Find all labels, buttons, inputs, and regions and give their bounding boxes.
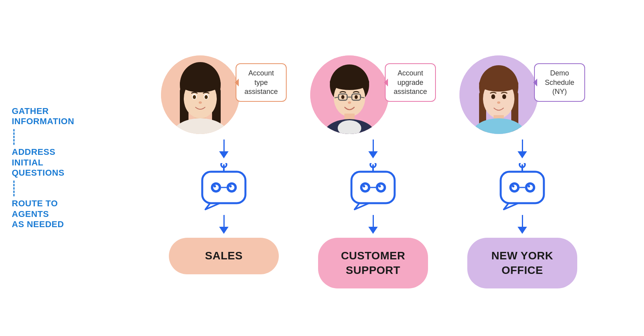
column-new-york-office: DemoSchedule(NY) — [459, 55, 585, 288]
svg-point-55 — [497, 101, 500, 104]
arrow-line — [522, 140, 523, 151]
arrow-line — [373, 215, 374, 227]
svg-point-8 — [193, 95, 196, 99]
svg-point-46 — [379, 185, 381, 187]
diagram-container: GATHER INFORMATION ADDRESS INITIAL QUEST… — [0, 0, 644, 336]
dashed-line-1 — [13, 129, 15, 145]
arrow-line — [223, 140, 225, 151]
person-svg-new-york-office — [459, 55, 538, 134]
bot-icon-customer-support — [348, 163, 399, 210]
svg-point-33 — [348, 101, 351, 104]
columns-area: Accounttypeassistance — [161, 55, 585, 288]
dest-box-customer-support: CUSTOMERSUPPORT — [318, 238, 428, 288]
svg-point-34 — [330, 74, 369, 90]
speech-bubble-sales: Accounttypeassistance — [236, 63, 287, 102]
svg-point-54 — [502, 94, 506, 99]
arrow-head — [219, 151, 229, 158]
column-sales: Accounttypeassistance — [161, 55, 287, 274]
arrow-2-customer-support — [368, 215, 378, 234]
svg-point-53 — [491, 94, 495, 99]
arrow-1-customer-support — [368, 140, 378, 158]
arrow-1-new-york-office — [518, 140, 527, 158]
arrow-2-new-york-office — [518, 215, 527, 234]
arrow-head — [518, 151, 527, 158]
svg-point-9 — [205, 95, 208, 99]
svg-point-11 — [180, 75, 221, 92]
label-gather: GATHER INFORMATION — [12, 106, 74, 127]
arrow-line — [373, 140, 374, 151]
svg-point-21 — [229, 185, 232, 187]
arrow-1-sales — [219, 140, 229, 158]
svg-point-10 — [199, 101, 202, 104]
avatar-row-sales: Accounttypeassistance — [161, 55, 287, 134]
svg-point-66 — [512, 185, 514, 187]
avatar-sales — [161, 55, 240, 134]
left-labels: GATHER INFORMATION ADDRESS INITIAL QUEST… — [12, 106, 74, 230]
speech-bubble-new-york-office: DemoSchedule(NY) — [534, 63, 585, 102]
column-customer-support: Accountupgradeassistance — [310, 55, 436, 288]
arrow-head — [368, 227, 378, 234]
arrow-2-sales — [219, 215, 229, 234]
dest-box-new-york-office: NEW YORKOFFICE — [467, 238, 577, 288]
person-svg-sales — [161, 55, 240, 134]
speech-bubble-customer-support: Accountupgradeassistance — [385, 63, 436, 102]
label-address: ADDRESS INITIAL QUESTIONS — [12, 147, 64, 178]
bot-icon-new-york-office — [497, 163, 548, 210]
arrow-head — [219, 227, 229, 234]
label-route: ROUTE TO AGENTS AS NEEDED — [12, 199, 64, 230]
dest-box-sales: SALES — [169, 238, 279, 274]
avatar-row-new-york-office: DemoSchedule(NY) — [459, 55, 585, 134]
arrow-head — [518, 227, 527, 234]
arrow-line — [522, 215, 523, 227]
avatar-customer-support — [310, 55, 389, 134]
bot-icon-sales — [198, 163, 249, 210]
svg-point-20 — [214, 185, 216, 187]
svg-point-32 — [355, 95, 358, 99]
arrow-line — [223, 215, 225, 227]
svg-point-45 — [363, 185, 365, 187]
avatar-row-customer-support: Accountupgradeassistance — [310, 55, 436, 134]
avatar-new-york-office — [459, 55, 538, 134]
dashed-line-2 — [13, 181, 15, 196]
svg-point-31 — [341, 95, 344, 99]
svg-point-56 — [479, 76, 518, 92]
svg-point-67 — [528, 185, 530, 187]
arrow-head — [368, 151, 378, 158]
person-svg-customer-support — [310, 55, 389, 134]
